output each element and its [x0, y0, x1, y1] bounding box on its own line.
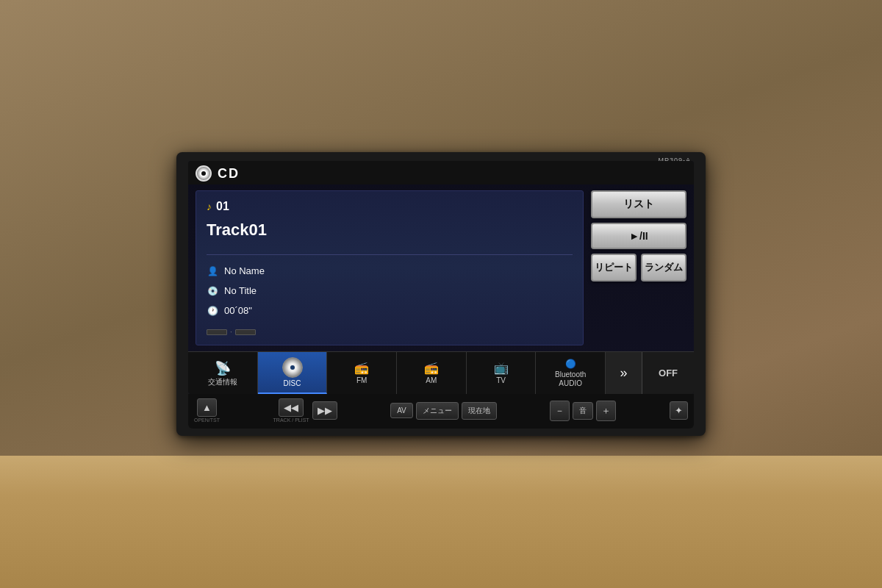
- track-plist-label: TRACK / PLIST: [273, 417, 309, 423]
- progress-seg-1: [207, 329, 227, 335]
- av-button[interactable]: AV: [390, 403, 413, 418]
- play-pause-button[interactable]: ►/II: [591, 223, 686, 249]
- tv-label: TV: [496, 376, 506, 385]
- source-tv[interactable]: 📺 TV: [467, 352, 537, 394]
- scene: MP309-A CD ♪ 01: [0, 0, 882, 588]
- album-text: No Title: [224, 285, 257, 296]
- repeat-button[interactable]: リピート: [591, 254, 637, 282]
- fm-icon: 📻: [354, 361, 369, 375]
- music-note-icon: ♪: [207, 201, 212, 212]
- source-traffic[interactable]: 📡 交通情報: [188, 352, 258, 394]
- main-content: ♪ 01 Track01 👤 No Name 💿 No T: [188, 184, 694, 351]
- hw-buttons: ▲ OPEN/TST ◀◀ TRACK / PLIST ▶▶ AV メニュー 現…: [188, 394, 694, 429]
- track-panel: ♪ 01 Track01 👤 No Name 💿 No T: [196, 190, 584, 345]
- volume-up-button[interactable]: ＋: [596, 401, 616, 421]
- track-number: 01: [216, 200, 229, 213]
- source-off-button[interactable]: OFF: [642, 352, 694, 394]
- volume-down-button[interactable]: －: [550, 401, 570, 421]
- divider: [207, 254, 573, 255]
- bluetooth-icon: 🔵: [565, 359, 576, 369]
- dot-sep-1: ·: [230, 328, 232, 336]
- volume-label: 音: [573, 402, 593, 420]
- disc-graphic-icon: [282, 357, 303, 378]
- source-bluetooth[interactable]: 🔵 BluetoothAUDIO: [536, 352, 606, 394]
- screen-inner: CD ♪ 01 Track01 �: [188, 161, 694, 394]
- progress-area: ·: [207, 328, 573, 336]
- open-col: ▲ OPEN/TST: [194, 398, 220, 423]
- album-row: 💿 No Title: [207, 284, 573, 298]
- source-more-button[interactable]: »: [606, 352, 642, 394]
- menu-button[interactable]: メニュー: [416, 402, 459, 420]
- source-fm[interactable]: 📻 FM: [327, 352, 397, 394]
- source-bar: 📡 交通情報 DISC 📻 FM 📻: [188, 351, 694, 394]
- device-wrapper: MP309-A CD ♪ 01: [176, 152, 706, 436]
- clock-icon: 🕐: [207, 306, 218, 316]
- am-label: AM: [426, 376, 437, 385]
- tv-icon: 📺: [494, 361, 509, 375]
- fm-label: FM: [356, 376, 367, 385]
- track-name: Track01: [207, 220, 573, 240]
- album-icon: 💿: [207, 286, 218, 296]
- source-am[interactable]: 📻 AM: [397, 352, 467, 394]
- artist-text: No Name: [224, 265, 265, 276]
- random-button[interactable]: ランダム: [641, 254, 686, 282]
- cd-disc-icon: [196, 165, 212, 182]
- car-unit: MP309-A CD ♪ 01: [176, 152, 706, 436]
- repeat-random-row: リピート ランダム: [591, 254, 686, 282]
- artist-icon: 👤: [207, 266, 218, 276]
- track-nav-group: ◀◀ TRACK / PLIST ▶▶: [273, 398, 337, 423]
- menu-group: AV メニュー 現在地: [390, 402, 497, 420]
- volume-group: － 音 ＋: [550, 401, 616, 421]
- controls-panel: リスト ►/II リピート ランダム: [591, 190, 686, 345]
- track-number-row: ♪ 01: [207, 200, 573, 213]
- prev-button[interactable]: ◀◀: [279, 398, 304, 417]
- screen: CD ♪ 01 Track01 �: [188, 161, 694, 394]
- duration-text: 00´08": [224, 305, 252, 316]
- open-label: OPEN/TST: [194, 417, 220, 423]
- artist-row: 👤 No Name: [207, 264, 573, 278]
- next-col: ▶▶: [312, 401, 337, 420]
- bluetooth-label: BluetoothAUDIO: [555, 370, 586, 388]
- list-button[interactable]: リスト: [591, 190, 686, 218]
- next-button[interactable]: ▶▶: [312, 401, 337, 420]
- duration-row: 🕐 00´08": [207, 304, 573, 318]
- source-disc[interactable]: DISC: [258, 352, 328, 394]
- prev-col: ◀◀ TRACK / PLIST: [273, 398, 309, 423]
- eject-button[interactable]: ▲: [197, 398, 217, 417]
- current-button[interactable]: 現在地: [462, 402, 497, 420]
- traffic-icon: 📡: [215, 360, 231, 376]
- source-label: CD: [218, 166, 240, 182]
- top-bar: CD: [188, 161, 694, 184]
- progress-seg-2: [235, 329, 256, 335]
- star-button[interactable]: ✦: [670, 401, 688, 420]
- am-icon: 📻: [424, 361, 439, 375]
- traffic-label: 交通情報: [208, 378, 237, 387]
- disc-label: DISC: [284, 379, 301, 388]
